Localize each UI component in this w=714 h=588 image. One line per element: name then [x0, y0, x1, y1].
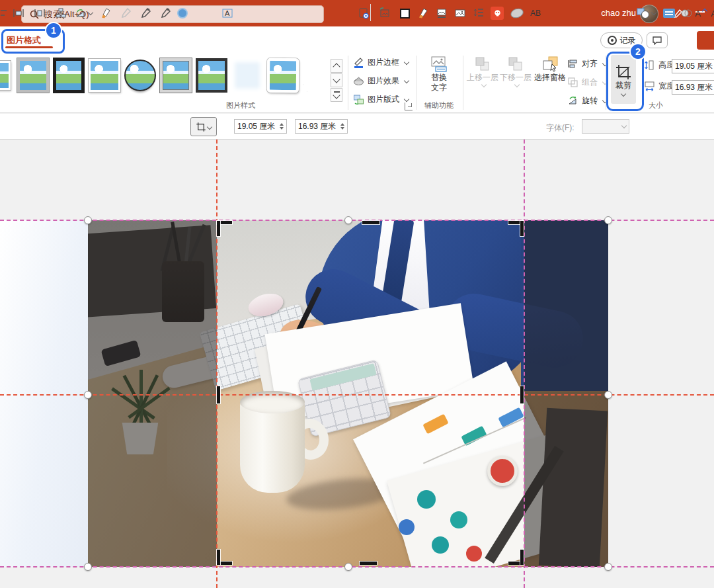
shape-oval-icon[interactable] — [509, 5, 525, 21]
resize-handle-bottom-left[interactable] — [84, 563, 92, 571]
crop-handle-bottom-left[interactable] — [217, 550, 220, 565]
picture-layout-button[interactable]: 图片版式 — [353, 94, 409, 105]
picture-style-thumb[interactable] — [303, 61, 335, 90]
resize-handle-top-right[interactable] — [604, 216, 612, 224]
badge-step2: 2 — [629, 43, 647, 60]
align-icon — [567, 58, 578, 69]
font-dropdown[interactable] — [582, 119, 629, 134]
picture-style-thumb[interactable] — [160, 61, 192, 90]
change-picture-icon[interactable] — [377, 5, 393, 21]
group-icon — [567, 77, 578, 88]
styles-dialog-launcher[interactable] — [405, 103, 413, 110]
height-field[interactable]: 19.05 厘米 — [672, 59, 714, 73]
guide-vertical-right[interactable] — [524, 140, 525, 588]
picture-style-thumb[interactable] — [17, 61, 49, 90]
picture-border-icon — [353, 57, 364, 68]
badge-step1: 1 — [45, 22, 62, 39]
crop-small-icon — [196, 122, 206, 132]
selection-pane-button[interactable]: 选择窗格 — [533, 56, 567, 83]
resize-handle-left-middle[interactable] — [84, 391, 92, 399]
brush-icon[interactable] — [415, 5, 431, 21]
send-backward-button: 下移一层 — [500, 56, 532, 88]
photo-dot-red — [466, 546, 482, 562]
picture-style-thumb[interactable] — [0, 61, 11, 90]
crop-handle-left-middle[interactable] — [217, 386, 220, 403]
picture-underline-icon[interactable] — [434, 5, 450, 21]
shape-style-icon[interactable] — [635, 5, 657, 21]
change-case-button[interactable]: AB — [528, 5, 543, 21]
crop-toggle-button[interactable] — [190, 117, 217, 136]
picture-border-button[interactable]: 图片边框 — [353, 57, 409, 68]
crop-handle-top-center[interactable] — [362, 221, 379, 224]
align-left-icon[interactable] — [0, 5, 11, 21]
rotate-tool-icon[interactable] — [73, 5, 94, 21]
format-painter-icon[interactable] — [98, 5, 114, 21]
slide-canvas[interactable] — [0, 140, 714, 588]
alt-text-button[interactable]: 替换 文字 — [420, 56, 457, 93]
crop-handle-bottom-center[interactable] — [360, 562, 377, 565]
crop-handle-bottom-right[interactable] — [520, 550, 524, 565]
align-text-icon[interactable] — [661, 5, 677, 21]
group-label-accessibility: 辅助功能 — [424, 101, 454, 110]
picture-style-thumb[interactable] — [53, 61, 85, 90]
gallery-scroll-up[interactable] — [331, 59, 342, 73]
selected-picture[interactable] — [88, 220, 608, 567]
user-name[interactable]: chao zhu — [601, 8, 636, 18]
resize-handle-bottom-right[interactable] — [604, 563, 612, 571]
crop-handle-top-right[interactable] — [520, 221, 524, 236]
picture-icon[interactable] — [452, 5, 468, 21]
distribute-horizontal-icon[interactable] — [11, 5, 26, 21]
resize-handle-top-center[interactable] — [344, 216, 352, 224]
height-icon — [644, 60, 655, 71]
increase-font-button[interactable]: A — [693, 5, 709, 21]
distribute-vertical-icon[interactable] — [32, 5, 48, 21]
height-quick-field[interactable]: 19.05 厘米 — [234, 119, 287, 134]
crop-handle-right-middle[interactable] — [520, 386, 524, 403]
picture-effects-button[interactable]: 图片效果 — [353, 75, 409, 87]
text-box-icon[interactable]: A — [219, 5, 235, 21]
picture-style-thumb[interactable] — [196, 61, 227, 90]
record-icon — [608, 36, 617, 45]
send-backward-icon — [507, 56, 524, 73]
alt-text-icon — [430, 56, 448, 73]
format-object-icon[interactable] — [356, 5, 372, 21]
crop-handle-top-left[interactable] — [217, 221, 220, 236]
eyedropper-icon[interactable] — [138, 5, 153, 21]
gallery-scroll-down[interactable] — [331, 73, 342, 87]
picture-style-thumb[interactable] — [124, 61, 156, 90]
border-swatch-icon[interactable] — [397, 5, 413, 21]
picture-style-thumb[interactable] — [267, 61, 299, 90]
gallery-more-button[interactable] — [331, 88, 342, 102]
share-button[interactable] — [697, 31, 714, 50]
resize-handle-bottom-center[interactable] — [344, 563, 352, 571]
guide-vertical-left[interactable] — [216, 140, 218, 588]
slide-background — [0, 220, 88, 567]
resize-handle-top-left[interactable] — [84, 216, 92, 224]
bring-forward-icon — [474, 56, 491, 73]
decrease-font-button[interactable]: A — [709, 5, 714, 21]
photo-dot-blue — [399, 519, 415, 535]
comments-button[interactable] — [647, 32, 668, 48]
merge-shapes-icon[interactable] — [678, 5, 694, 21]
rotate-icon — [567, 95, 578, 106]
color-circle-icon[interactable] — [175, 5, 190, 21]
width-field[interactable]: 16.93 厘米 — [672, 80, 714, 95]
rotate-button[interactable]: 旋转 — [567, 95, 607, 106]
bring-forward-button: 上移一层 — [467, 56, 498, 88]
picture-style-thumb[interactable] — [89, 61, 120, 90]
group-button: 组合 — [567, 77, 607, 88]
powerpoint-window: 搜索(Alt+Q) chao zhu 图片格式 1 记录 图片样式 — [0, 0, 714, 588]
layout-icon[interactable] — [53, 5, 69, 21]
width-quick-field[interactable]: 16.93 厘米 — [295, 119, 348, 134]
font-label: 字体(F): — [546, 122, 575, 134]
line-spacing-icon[interactable] — [471, 5, 487, 21]
addin-icon[interactable] — [489, 5, 505, 21]
eyedropper-fill-icon[interactable] — [157, 5, 173, 21]
picture-style-thumb[interactable] — [231, 61, 263, 90]
photo-dot-teal — [432, 536, 449, 554]
photo-dot-teal — [417, 490, 436, 509]
callout-step2 — [606, 52, 644, 111]
resize-handle-right-middle[interactable] — [604, 391, 612, 399]
width-icon — [644, 81, 655, 92]
align-button[interactable]: 对齐 — [567, 58, 607, 69]
